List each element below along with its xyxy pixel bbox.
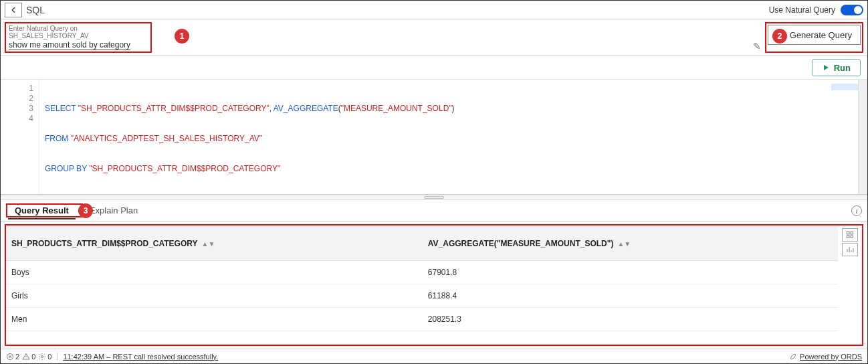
edit-icon[interactable]: ✎ xyxy=(753,41,761,52)
sort-icon[interactable]: ▲▼ xyxy=(201,242,215,246)
results-view-toggle xyxy=(838,225,862,345)
svg-marker-2 xyxy=(824,65,829,70)
status-errors[interactable]: 2 xyxy=(6,353,19,361)
col-header-category[interactable]: SH_PRODUCTS_ATTR_DIM$$PROD_CATEGORY▲▼ xyxy=(6,225,423,261)
arrow-left-icon xyxy=(9,5,18,15)
annotation-badge-1: 1 xyxy=(175,29,189,43)
sort-icon[interactable]: ▲▼ xyxy=(617,242,631,246)
grid-view-button[interactable] xyxy=(842,228,858,242)
editor-scrollbar[interactable] xyxy=(858,80,867,194)
natural-query-caption: Enter Natural Query on SH_SALES_HISTORY_… xyxy=(9,25,148,39)
minimap[interactable] xyxy=(831,84,858,90)
results-highlight: SH_PRODUCTS_ATTR_DIM$$PROD_CATEGORY▲▼ AV… xyxy=(5,224,863,346)
gear-icon xyxy=(38,353,46,361)
natural-query-toggle[interactable] xyxy=(841,5,863,15)
results-tabs: Query Result 3 Explain Plan i xyxy=(1,200,867,221)
col-header-amount[interactable]: AV_AGGREGATE("MEASURE_AMOUNT_SOLD")▲▼ xyxy=(423,225,838,261)
rocket-icon xyxy=(789,353,797,361)
annotation-badge-3: 3 xyxy=(78,203,93,218)
splitter-handle[interactable] xyxy=(424,196,444,199)
topbar: SQL Use Natural Query xyxy=(1,1,867,19)
table-row[interactable]: Girls61188.4 xyxy=(6,284,838,308)
status-info[interactable]: 0 xyxy=(38,353,51,361)
results-panel: SH_PRODUCTS_ATTR_DIM$$PROD_CATEGORY▲▼ AV… xyxy=(6,225,838,345)
results-table: SH_PRODUCTS_ATTR_DIM$$PROD_CATEGORY▲▼ AV… xyxy=(6,225,838,331)
chart-view-button[interactable] xyxy=(842,243,858,256)
natural-query-input[interactable]: show me amount sold by category xyxy=(9,40,130,50)
grid-icon xyxy=(846,231,854,239)
svg-point-17 xyxy=(41,355,43,357)
powered-by-link[interactable]: Powered by ORDS xyxy=(789,353,862,361)
back-button[interactable] xyxy=(5,3,22,17)
table-row[interactable]: Boys67901.8 xyxy=(6,261,838,284)
sql-editor[interactable]: 1 2 3 4 SELECT "SH_PRODUCTS_ATTR_DIM$$PR… xyxy=(1,80,867,195)
action-row: Run xyxy=(1,56,867,80)
warning-icon xyxy=(22,353,30,361)
natural-query-row: Enter Natural Query on SH_SALES_HISTORY_… xyxy=(1,19,867,56)
sql-worksheet-app: SQL Use Natural Query Enter Natural Quer… xyxy=(0,0,868,364)
error-icon xyxy=(6,353,14,361)
play-icon xyxy=(822,64,830,72)
query-result-tab-highlight: Query Result xyxy=(6,203,83,217)
natural-query-toggle-label: Use Natural Query xyxy=(769,5,835,15)
svg-rect-3 xyxy=(847,232,850,235)
info-icon[interactable]: i xyxy=(851,205,862,216)
chart-icon xyxy=(846,246,854,254)
splitter[interactable] xyxy=(1,195,867,200)
page-title: SQL xyxy=(26,5,45,15)
annotation-badge-2: 2 xyxy=(772,29,787,43)
natural-query-input-highlight: Enter Natural Query on SH_SALES_HISTORY_… xyxy=(5,22,152,53)
table-row[interactable]: Men208251.3 xyxy=(6,308,838,331)
svg-rect-5 xyxy=(847,236,850,238)
tab-query-result[interactable]: Query Result xyxy=(8,203,76,219)
svg-rect-6 xyxy=(851,236,853,238)
run-button[interactable]: Run xyxy=(812,59,861,76)
results-header-row: SH_PRODUCTS_ATTR_DIM$$PROD_CATEGORY▲▼ AV… xyxy=(6,225,838,261)
code-area[interactable]: SELECT "SH_PRODUCTS_ATTR_DIM$$PROD_CATEG… xyxy=(39,80,858,194)
status-bar: 2 0 0 11:42:39 AM – REST call resolved s… xyxy=(1,349,867,363)
status-message[interactable]: 11:42:39 AM – REST call resolved success… xyxy=(63,353,218,361)
run-button-label: Run xyxy=(834,63,851,73)
status-warnings[interactable]: 0 xyxy=(22,353,35,361)
svg-rect-4 xyxy=(851,232,853,235)
line-gutter: 1 2 3 4 xyxy=(1,80,39,194)
generate-query-label: Generate Query xyxy=(790,30,852,40)
